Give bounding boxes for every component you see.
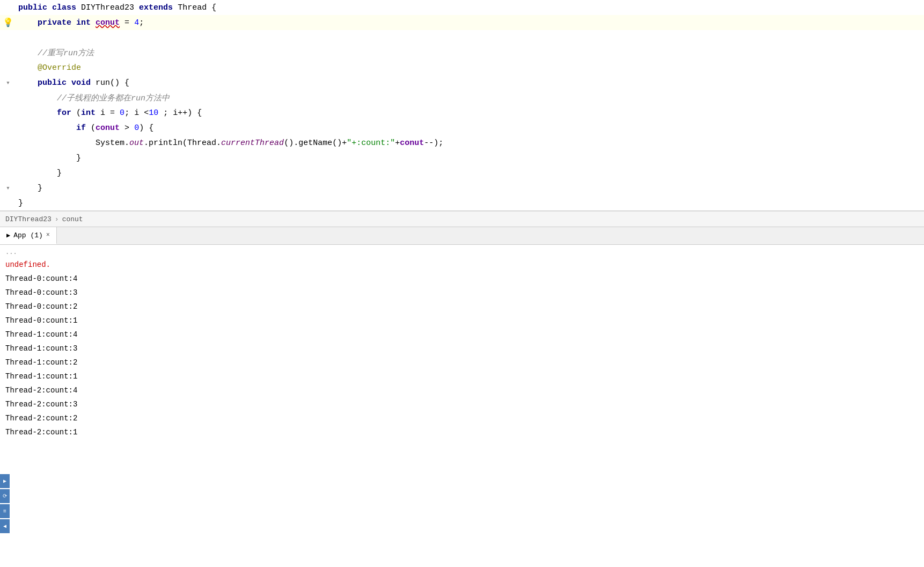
code-line: } (0, 195, 924, 210)
breadcrumb-class: DIYThread23 (5, 215, 52, 223)
code-line: System.out.println(Thread.currentThread(… (0, 135, 924, 150)
code-line: public class DIYThread23 extends Thread … (0, 0, 924, 15)
code-content: } (16, 154, 924, 163)
code-line: ▾ } (0, 180, 924, 195)
console-output-line: Thread-0:count:1 (5, 314, 924, 328)
console-tab-bar: ▶ App (1) × (0, 227, 924, 245)
main-layout: public class DIYThread23 extends Thread … (0, 0, 924, 567)
console-output-line: Thread-2:count:2 (5, 411, 924, 425)
breadcrumb-bar: DIYThread23 › conut (0, 211, 924, 227)
line-gutter: ▾ (0, 184, 16, 192)
line-gutter: 💡 (0, 17, 16, 28)
code-content: } (16, 199, 924, 208)
console-output-line: Thread-1:count:2 (5, 355, 924, 369)
sidebar-icon-4[interactable]: ◀ (0, 519, 10, 533)
code-content: public class DIYThread23 extends Thread … (16, 3, 924, 12)
code-content: public void run() { (16, 78, 924, 88)
code-content: for (int i = 0; i <10 ; i++) { (16, 108, 924, 118)
code-line: if (conut > 0) { (0, 120, 924, 135)
console-tab-icon: ▶ (6, 231, 10, 239)
console-output-line: Thread-2:count:3 (5, 397, 924, 411)
code-content: } (16, 184, 924, 193)
code-line: ▾ public void run() { (0, 75, 924, 90)
console-output-line: Thread-0:count:4 (5, 272, 924, 286)
code-line: @Override (0, 60, 924, 75)
console-output-line: Thread-1:count:3 (5, 341, 924, 355)
console-tab-close[interactable]: × (46, 231, 50, 239)
sidebar-icon-3[interactable]: ≡ (0, 504, 10, 518)
console-area: ▶ ⟳ ≡ ◀ ▶ App (1) × ...undefined.Thread-… (0, 227, 924, 567)
code-content: //子线程的业务都在run方法中 (16, 93, 924, 103)
console-output-line: undefined. (5, 258, 924, 272)
code-line: //子线程的业务都在run方法中 (0, 90, 924, 105)
console-output-line: Thread-0:count:2 (5, 300, 924, 314)
console-output: ...undefined.Thread-0:count:4Thread-0:co… (0, 245, 924, 441)
code-line: } (0, 165, 924, 180)
console-tab-app[interactable]: ▶ App (1) × (0, 227, 57, 244)
console-output-line: Thread-0:count:3 (5, 286, 924, 300)
code-content: private int conut = 4; (16, 18, 924, 27)
console-output-line: Thread-2:count:1 (5, 425, 924, 439)
code-line: for (int i = 0; i <10 ; i++) { (0, 105, 924, 120)
code-content: } (16, 169, 924, 178)
console-line-partial: ... (5, 247, 924, 258)
code-line: //重写run方法 (0, 45, 924, 60)
console-output-line: Thread-2:count:4 (5, 383, 924, 397)
code-editor: public class DIYThread23 extends Thread … (0, 0, 924, 211)
code-content: //重写run方法 (16, 48, 924, 58)
breadcrumb-field: conut (62, 215, 83, 223)
code-line (0, 30, 924, 45)
sidebar-icon-2[interactable]: ⟳ (0, 489, 10, 503)
sidebar-icon-1[interactable]: ▶ (0, 474, 10, 488)
console-output-line: Thread-1:count:4 (5, 328, 924, 341)
code-content: System.out.println(Thread.currentThread(… (16, 139, 924, 148)
breadcrumb-separator: › (55, 215, 59, 223)
left-sidebar-icons: ▶ ⟳ ≡ ◀ (0, 474, 10, 533)
code-line: 💡 private int conut = 4; (0, 15, 924, 30)
code-line: } (0, 150, 924, 165)
line-gutter: ▾ (0, 78, 16, 87)
code-content: @Override (16, 63, 924, 72)
code-content: if (conut > 0) { (16, 123, 924, 133)
console-tab-label: App (1) (13, 231, 43, 239)
console-output-line: Thread-1:count:1 (5, 369, 924, 383)
